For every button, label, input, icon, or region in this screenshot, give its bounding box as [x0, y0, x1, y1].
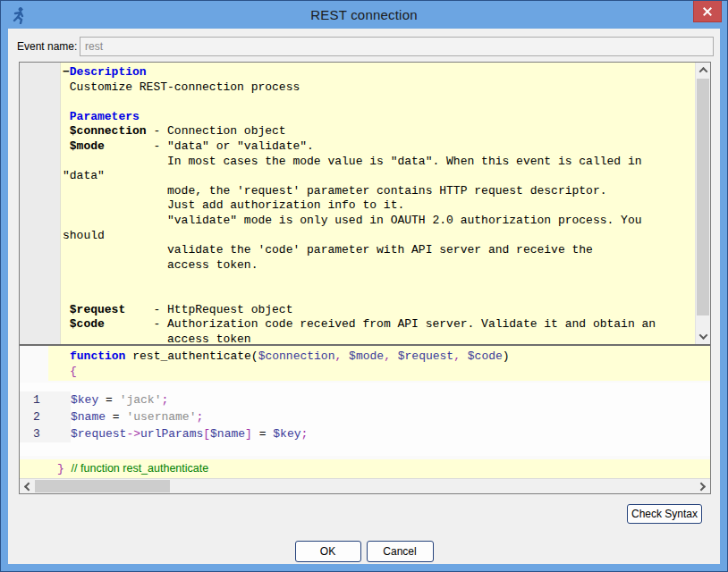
- description-panel: −Description Customize REST-connection p…: [20, 63, 710, 344]
- code-line: −Description: [63, 65, 695, 80]
- code-line: } // function rest_authenticate: [57, 459, 710, 478]
- code-panel: function rest_authenticate($connection, …: [20, 346, 710, 478]
- code-line: "data": [63, 169, 695, 184]
- code-line: $connection - Connection object: [63, 124, 695, 139]
- event-name-label: Event name:: [17, 40, 80, 53]
- code-line: should: [63, 229, 695, 244]
- rest-connection-dialog: REST connection Event name: −Description…: [0, 0, 728, 572]
- event-name-row: Event name:: [17, 37, 714, 56]
- code-line: [63, 288, 695, 303]
- scroll-down-button[interactable]: [696, 329, 711, 344]
- event-name-input[interactable]: [80, 37, 714, 56]
- check-syntax-button[interactable]: Check Syntax: [627, 504, 702, 524]
- code-line: mode, the 'request' parameter contains H…: [63, 184, 695, 199]
- close-button[interactable]: [693, 1, 722, 22]
- code-line: $mode - "data" or "validate".: [63, 139, 695, 155]
- code-line-3: 3$request->urlParams[$name] = $key;: [20, 425, 710, 442]
- horizontal-scrollbar[interactable]: [20, 478, 710, 493]
- chevron-left-icon: [24, 483, 33, 492]
- check-syntax-row: Check Syntax: [627, 504, 702, 524]
- code-line: $request - HttpRequest object: [63, 303, 695, 318]
- close-icon: [702, 6, 713, 17]
- app-icon: [11, 6, 27, 24]
- line-number: 1: [20, 391, 71, 408]
- line-number: 3: [20, 425, 71, 442]
- code-line-1: 1$key = 'jack';: [20, 391, 710, 408]
- line-number: 2: [20, 408, 71, 425]
- vertical-scroll-thumb[interactable]: [697, 79, 709, 315]
- code-line: validate the 'code' parameter with API s…: [63, 243, 695, 258]
- code-line-2: 2$name = 'username';: [20, 408, 710, 425]
- dialog-client-area: Event name: −Description Customize REST-…: [8, 29, 720, 564]
- code-line: In most cases the mode value is "data". …: [63, 155, 695, 170]
- editable-code-area[interactable]: 1$key = 'jack';2$name = 'username';3$req…: [20, 383, 710, 456]
- function-signature: function rest_authenticate($connection, …: [48, 346, 710, 381]
- code-line: Just add authorization info to it.: [63, 198, 695, 214]
- code-line: Parameters: [63, 110, 695, 125]
- window-title: REST connection: [1, 7, 727, 22]
- horizontal-scroll-thumb[interactable]: [35, 480, 170, 492]
- code-line: [63, 273, 695, 288]
- code-line: function rest_authenticate($connection, …: [70, 349, 710, 364]
- dialog-buttons-row: OK Cancel: [8, 541, 720, 562]
- chevron-down-icon: [699, 331, 708, 340]
- ok-button[interactable]: OK: [295, 541, 361, 562]
- code-line: "validate" mode is only used in OAUTH 2.…: [63, 214, 695, 229]
- code-line: {: [70, 364, 710, 379]
- description-text: −Description Customize REST-connection p…: [61, 63, 695, 344]
- scroll-right-button[interactable]: [695, 479, 710, 494]
- title-bar[interactable]: REST connection: [1, 1, 727, 29]
- chevron-right-icon: [697, 483, 706, 492]
- code-editor[interactable]: −Description Customize REST-connection p…: [19, 62, 711, 494]
- code-line: Customize REST-connection process: [63, 80, 695, 96]
- code-line: [63, 95, 695, 110]
- code-line: $code - Authorization code received from…: [63, 317, 695, 332]
- scroll-up-button[interactable]: [696, 63, 711, 78]
- code-line: access token: [63, 332, 695, 344]
- fold-gutter: [20, 63, 61, 344]
- chevron-up-icon: [699, 67, 708, 76]
- vertical-scrollbar[interactable]: [695, 63, 710, 344]
- code-line: access token.: [63, 258, 695, 273]
- function-footer: } // function rest_authenticate: [20, 459, 710, 478]
- scroll-left-button[interactable]: [20, 479, 35, 494]
- cancel-button[interactable]: Cancel: [367, 541, 434, 562]
